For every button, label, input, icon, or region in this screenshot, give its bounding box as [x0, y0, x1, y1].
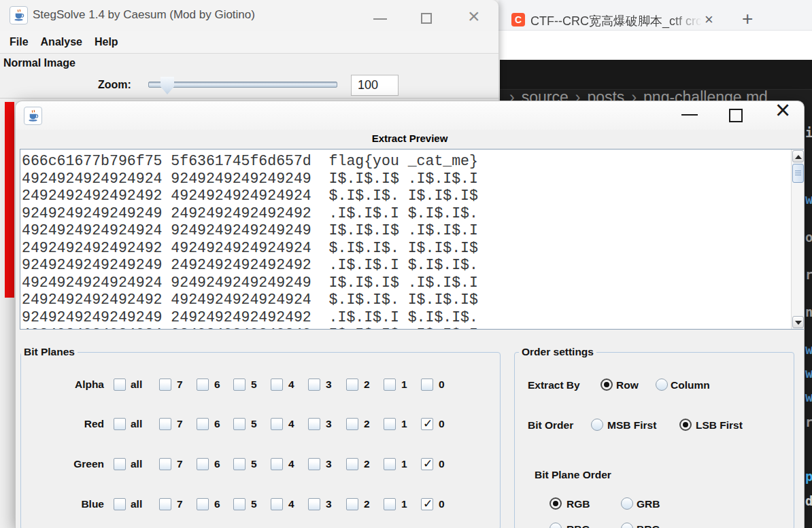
bitplane-column-label: 0: [439, 458, 445, 470]
bitplane-column-label: 0: [439, 418, 445, 430]
bitplane-blue-1-checkbox[interactable]: [384, 498, 396, 510]
image-mode-label: Normal Image: [3, 57, 75, 69]
bit-plane-order-option-label: RGB: [566, 498, 590, 510]
new-tab-icon[interactable]: +: [742, 8, 753, 30]
bitplane-green-3-checkbox[interactable]: [308, 458, 320, 470]
bitplane-blue-5-checkbox[interactable]: [233, 498, 246, 510]
bitplane-red-4-checkbox[interactable]: [271, 418, 283, 430]
extract-preview-textarea[interactable]: 666c61677b796f75 5f6361745f6d657d flag{y…: [20, 149, 805, 330]
bitplane-green-0-checkbox[interactable]: [421, 458, 433, 470]
scroll-up-button[interactable]: [792, 150, 804, 162]
bitplane-column-label: 0: [439, 379, 445, 391]
bitplane-green-5-checkbox[interactable]: [233, 458, 246, 470]
bitplane-green-4-checkbox[interactable]: [271, 458, 283, 470]
dialog-titlebar[interactable]: ×: [16, 101, 804, 130]
bitplane-column-label: 1: [401, 498, 407, 510]
bitplane-alpha-all-checkbox[interactable]: [114, 379, 126, 391]
bitplane-blue-3-checkbox[interactable]: [308, 498, 320, 510]
java-icon: [10, 6, 28, 24]
scrollbar-thumb[interactable]: [792, 164, 804, 183]
bitplane-red-7-checkbox[interactable]: [159, 418, 171, 430]
bitplane-column-label: all: [131, 458, 142, 470]
editor-text-fragment: di: [805, 493, 812, 508]
bit-plane-order-grb-radio[interactable]: [621, 497, 633, 510]
minimize-icon[interactable]: [681, 114, 698, 116]
csdn-favicon-icon: C: [511, 13, 525, 27]
zoom-slider-thumb[interactable]: [160, 77, 174, 94]
bit-plane-order-label: Bit Plane Order: [535, 469, 611, 481]
bitplane-column-label: 4: [288, 498, 294, 510]
bitplane-column-label: 5: [251, 498, 257, 510]
bitplane-column-label: 7: [177, 498, 183, 510]
bitplane-column-label: 6: [214, 379, 220, 391]
bitplane-blue-7-checkbox[interactable]: [159, 498, 171, 510]
bitplane-column-label: 6: [214, 498, 220, 510]
menu-item-help[interactable]: Help: [95, 36, 118, 48]
bitplane-column-label: all: [131, 379, 142, 391]
bit-plane-order-rgb-radio[interactable]: [549, 497, 562, 510]
editor-tabbar: [500, 60, 812, 90]
browser-tab-title[interactable]: CTF--CRC宽高爆破脚本_ctf crc: [530, 13, 702, 29]
bit-order-msb-first-radio[interactable]: [591, 419, 603, 431]
browser-tab-strip[interactable]: C CTF--CRC宽高爆破脚本_ctf crc × +: [498, 0, 812, 31]
bitplane-alpha-3-checkbox[interactable]: [308, 379, 320, 391]
bitplane-red-0-checkbox[interactable]: [421, 418, 433, 430]
extract-by-column-radio[interactable]: [656, 379, 668, 391]
bitplane-column-label: 5: [251, 379, 257, 391]
editor-text-fragment: w: [805, 389, 812, 404]
bit-order-lsb-first-radio[interactable]: [679, 419, 692, 431]
bit-plane-order-option-label: BRG: [637, 523, 660, 528]
vertical-scrollbar[interactable]: [791, 149, 805, 329]
editor-text-fragment: r: [805, 267, 812, 282]
bitplane-alpha-7-checkbox[interactable]: [159, 379, 171, 391]
maximize-icon[interactable]: [421, 13, 432, 24]
close-icon[interactable]: ×: [775, 103, 790, 117]
bitplane-alpha-0-checkbox[interactable]: [421, 379, 433, 391]
bitplane-alpha-4-checkbox[interactable]: [271, 379, 283, 391]
bitplane-alpha-2-checkbox[interactable]: [346, 379, 358, 391]
editor-text-fragment: i(: [805, 125, 812, 140]
bitplane-column-label: 0: [439, 498, 445, 510]
bitplane-column-label: 3: [326, 418, 332, 430]
bitplane-red-2-checkbox[interactable]: [346, 418, 358, 430]
scroll-down-button[interactable]: [792, 316, 804, 328]
zoom-slider-track[interactable]: [148, 82, 337, 88]
bitplane-red-1-checkbox[interactable]: [384, 418, 396, 430]
bitplane-column-label: 6: [214, 418, 220, 430]
zoom-label: Zoom:: [98, 79, 131, 91]
bitplane-alpha-5-checkbox[interactable]: [233, 379, 246, 391]
editor-text-fragment: w: [805, 192, 812, 207]
close-icon[interactable]: ×: [468, 10, 480, 23]
bitplane-column-label: 5: [251, 418, 257, 430]
maximize-icon[interactable]: [729, 109, 743, 122]
menu-item-file[interactable]: File: [10, 36, 29, 48]
zoom-value-field[interactable]: 100: [351, 75, 399, 96]
bitplane-blue-0-checkbox[interactable]: [421, 498, 433, 510]
bitplane-green-2-checkbox[interactable]: [346, 458, 358, 470]
tab-close-icon[interactable]: ×: [705, 11, 713, 29]
bitplane-red-3-checkbox[interactable]: [308, 418, 320, 430]
bitplane-red-6-checkbox[interactable]: [197, 418, 209, 430]
bitplane-blue-4-checkbox[interactable]: [271, 498, 283, 510]
bitplane-blue-all-checkbox[interactable]: [114, 498, 126, 510]
bitplane-blue-2-checkbox[interactable]: [346, 498, 358, 510]
bitplane-red-all-checkbox[interactable]: [114, 418, 126, 430]
bitplane-green-7-checkbox[interactable]: [159, 458, 171, 470]
extract-by-row-radio[interactable]: [600, 379, 613, 391]
bit-plane-order-option-label: GRB: [637, 498, 660, 510]
bitplane-green-1-checkbox[interactable]: [384, 458, 396, 470]
bit-order-option-label: MSB First: [607, 419, 656, 432]
bitplane-column-label: 2: [364, 498, 370, 510]
preview-text: 666c61677b796f75 5f6361745f6d657d flag{y…: [22, 153, 478, 330]
extract-by-option-label: Column: [671, 379, 710, 391]
bitplane-alpha-1-checkbox[interactable]: [384, 379, 396, 391]
main-titlebar[interactable]: StegSolve 1.4 by Caesum (Mod by Giotino)…: [0, 0, 498, 31]
bitplane-blue-6-checkbox[interactable]: [197, 498, 209, 510]
bitplane-red-5-checkbox[interactable]: [233, 418, 246, 430]
bitplane-green-6-checkbox[interactable]: [197, 458, 209, 470]
bitplane-alpha-6-checkbox[interactable]: [197, 379, 209, 391]
bitplane-column-label: 5: [251, 458, 257, 470]
minimize-icon[interactable]: [373, 18, 387, 20]
menu-item-analyse[interactable]: Analyse: [41, 36, 82, 48]
bitplane-green-all-checkbox[interactable]: [114, 458, 126, 470]
